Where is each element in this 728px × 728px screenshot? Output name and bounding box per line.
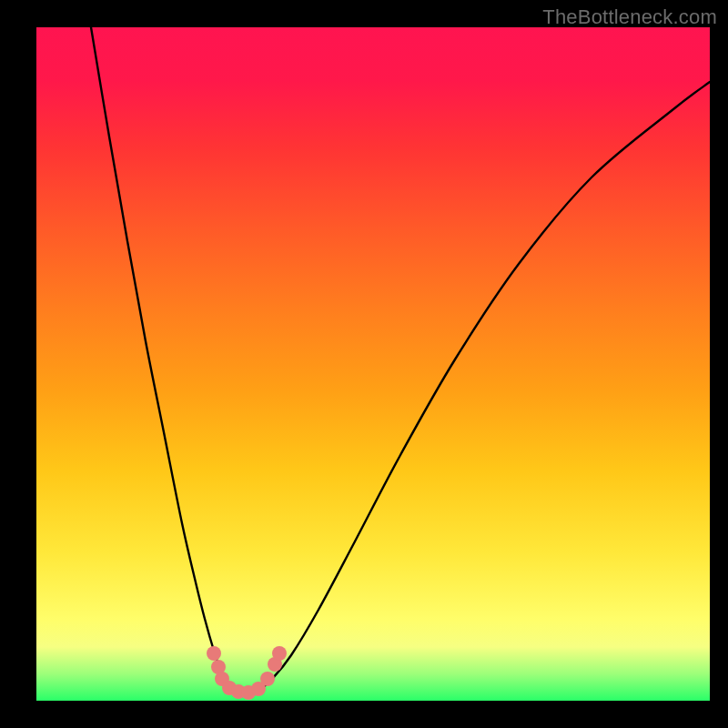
curve-svg [36,27,710,701]
marker-dot [260,672,275,686]
plot-area [36,27,710,701]
bottleneck-curve [91,27,710,693]
watermark-text: TheBottleneck.com [542,5,717,29]
marker-cluster [207,646,287,700]
marker-dot [207,646,221,661]
chart-frame: TheBottleneck.com [0,0,728,728]
marker-dot [272,646,287,661]
